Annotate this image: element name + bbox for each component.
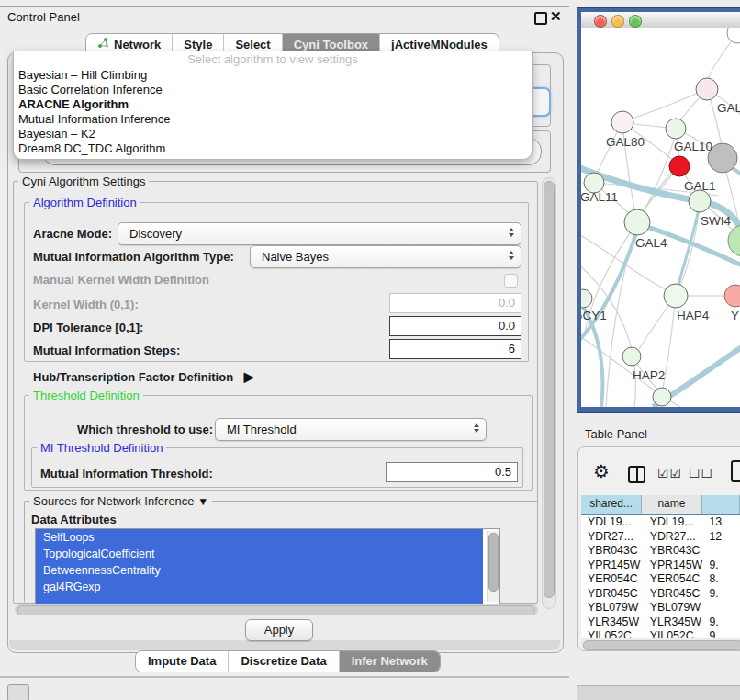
network-node-gcy1[interactable] [581, 289, 592, 308]
split-panel-icon[interactable] [628, 466, 645, 483]
table-cell: YBR045C [581, 587, 644, 602]
column-header-name[interactable]: name [642, 495, 702, 514]
highlighted-edge [581, 225, 639, 346]
node-label-y: Y [731, 309, 739, 322]
network-node-gal1[interactable] [669, 156, 690, 176]
table-cell: YDR27... [581, 530, 644, 545]
scrollbar-thumb[interactable] [488, 533, 499, 592]
stepper-icon [509, 228, 514, 237]
table-row[interactable]: YBR045CYBR045C9. [581, 587, 740, 602]
node-attribute-table[interactable]: shared...nameYDL19...YDL19...13YDR27...Y… [581, 495, 740, 638]
checked-boxes-icon[interactable]: ☑☑ [657, 466, 682, 480]
network-view[interactable]: GALGAL80GAL10GAL1GAL11SWI4GAL4GCY1HAP4YH… [581, 28, 740, 407]
table-row[interactable]: YDR27...YDR27...12 [581, 530, 740, 545]
column-header-partial[interactable] [702, 495, 740, 514]
tab-label: Impute Data [148, 654, 216, 668]
table-cell: YER054C [581, 572, 644, 587]
network-node-hap4[interactable] [664, 284, 688, 308]
zoom-light-icon[interactable] [629, 15, 642, 28]
table-row[interactable]: YBL079WYBL079W [581, 601, 740, 615]
manual-kernel-width-checkbox[interactable] [504, 274, 518, 288]
table-row[interactable]: YDL19...YDL19...13 [581, 515, 740, 530]
tab-impute-data[interactable]: Impute Data [136, 651, 228, 672]
algorithm-option-aracne-algorithm[interactable]: ARACNE Algorithm [14, 97, 532, 112]
node-label-hap4: HAP4 [677, 309, 710, 322]
algorithm-option-bayesian-hill-climbing[interactable]: Bayesian – Hill Climbing [14, 68, 532, 83]
table-row[interactable]: YBR043CYBR043C [581, 544, 740, 559]
column-header-shared[interactable]: shared... [581, 495, 642, 514]
hub-definition-toggle[interactable]: Hub/Transcription Factor Definition ▶ [33, 369, 254, 384]
sources-legend[interactable]: Sources for Network Inference ▼ [29, 494, 212, 508]
which-threshold-select[interactable]: MI Threshold [215, 418, 487, 441]
network-node[interactable] [728, 225, 740, 256]
scrollbar-thumb[interactable] [583, 640, 740, 650]
settings-horizontal-scrollbar[interactable] [15, 604, 538, 615]
network-node-hap2[interactable] [622, 347, 641, 366]
table-cell: YDL19... [581, 515, 644, 530]
node-label-gal80: GAL80 [606, 135, 645, 149]
sources-title: Sources for Network Inference [33, 494, 195, 508]
float-window-icon[interactable] [534, 12, 547, 25]
node-label-swi4: SWI4 [701, 214, 731, 228]
network-node-y[interactable] [724, 285, 740, 307]
dropdown-placeholder: Select algorithm to view settings [14, 51, 532, 68]
attributes-scrollbar[interactable] [487, 531, 499, 602]
algorithm-option-mutual-information-inference[interactable]: Mutual Information Inference [14, 112, 532, 127]
kernel-width-label: Kernel Width (0,1): [33, 298, 139, 311]
tab-label: Discretize Data [241, 654, 326, 668]
mi-steps-input[interactable]: 6 [389, 339, 521, 359]
which-threshold-label: Which threshold to use: [77, 423, 213, 436]
collapsed-arrow-icon: ▶ [244, 369, 254, 384]
panel-bottom-bar [9, 640, 560, 650]
unchecked-boxes-icon[interactable]: ☐☐ [689, 466, 713, 480]
tab-discretize-data[interactable]: Discretize Data [228, 651, 338, 672]
network-node-gal10[interactable] [666, 119, 686, 139]
table-row[interactable]: YPR145WYPR145W9. [581, 559, 740, 573]
close-light-icon[interactable] [594, 15, 607, 28]
network-node-gal[interactable] [696, 78, 718, 100]
table-cell [705, 544, 740, 559]
control-panel-bottom-border [0, 676, 569, 678]
algorithm-option-basic-correlation-inference[interactable]: Basic Correlation Inference [14, 83, 532, 97]
mi-threshold-input[interactable]: 0.5 [386, 462, 518, 482]
attribute-item-partial[interactable] [36, 595, 483, 604]
algorithm-option-dream8-dc-tdc-algorithm[interactable]: Dream8 DC_TDC Algorithm [14, 141, 532, 156]
network-node[interactable] [653, 388, 671, 406]
document-icon[interactable] [731, 460, 740, 482]
mi-threshold-legend: MI Threshold Definition [37, 441, 166, 455]
network-node[interactable] [727, 28, 740, 43]
mi-algorithm-type-select[interactable]: Naive Bayes [250, 245, 521, 268]
gear-icon[interactable]: ⚙ [593, 460, 610, 482]
collapsed-panel-button[interactable] [7, 684, 29, 700]
attribute-item-betweennesscentrality[interactable]: BetweennessCentrality [36, 562, 483, 579]
network-node-gal80[interactable] [611, 111, 633, 133]
apply-button[interactable]: Apply [245, 619, 313, 641]
kernel-width-input[interactable]: 0.0 [389, 293, 521, 313]
table-horizontal-scrollbar[interactable] [581, 638, 740, 650]
scrollbar-thumb[interactable] [17, 605, 535, 615]
network-node-gal4[interactable] [624, 209, 650, 235]
attribute-item-selfloops[interactable]: SelfLoops [36, 529, 483, 546]
tab-infer-network[interactable]: Infer Network [339, 651, 440, 672]
close-icon[interactable]: ✕ [550, 8, 562, 25]
window-traffic-lights [594, 15, 642, 28]
algorithm-option-bayesian-k2[interactable]: Bayesian – K2 [14, 127, 532, 141]
network-node-swi4[interactable] [689, 190, 711, 212]
scrollbar-thumb[interactable] [544, 181, 555, 598]
minimize-light-icon[interactable] [611, 15, 624, 28]
attribute-item-topologicalcoefficient[interactable]: TopologicalCoefficient [36, 546, 483, 562]
dpi-tolerance-input[interactable]: 0.0 [389, 316, 521, 336]
node-label-gal1: GAL1 [684, 179, 716, 193]
table-cell: YDR27... [644, 530, 706, 545]
settings-vertical-scrollbar[interactable] [542, 177, 556, 609]
table-row[interactable]: YER054CYER054C8. [581, 572, 740, 587]
aracne-mode-select[interactable]: Discovery [118, 222, 521, 245]
table-row[interactable]: YLR345WYLR345W9. [581, 615, 740, 630]
manual-kernel-width-label: Manual Kernel Width Definition [33, 273, 209, 287]
table-panel-title: Table Panel [585, 427, 647, 441]
table-cell: YPR145W [644, 559, 706, 573]
table-cell: 8. [705, 572, 740, 587]
data-attributes-list[interactable]: SelfLoopsTopologicalCoefficientBetweenne… [35, 528, 500, 605]
dpi-tolerance-label: DPI Tolerance [0,1]: [33, 321, 143, 334]
attribute-item-gal4rgexp[interactable]: gal4RGexp [36, 579, 483, 595]
